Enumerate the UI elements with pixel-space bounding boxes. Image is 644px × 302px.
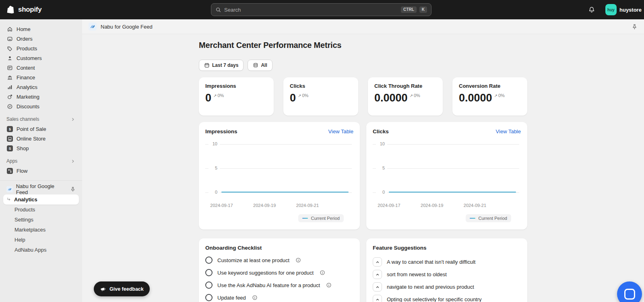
shopify-logo[interactable]: shopify bbox=[0, 5, 41, 14]
sidebar-subitem-products[interactable]: Products bbox=[3, 205, 79, 215]
date-range-label: Last 7 days bbox=[212, 62, 238, 68]
shopify-wordmark: shopify bbox=[18, 6, 41, 14]
checkbox[interactable] bbox=[205, 269, 213, 276]
search-input[interactable] bbox=[224, 7, 398, 13]
sidebar-item-point-of-sale[interactable]: $ Point of Sale bbox=[3, 124, 79, 134]
date-range-filter-button[interactable]: Last 7 days bbox=[199, 60, 244, 71]
sidebar-subitem-label: AdNabu Apps bbox=[14, 247, 47, 253]
x-tick-label: 2024-09-21 bbox=[296, 203, 319, 208]
chart-legend[interactable]: Current Period bbox=[298, 214, 344, 222]
scope-filter-button[interactable]: All bbox=[248, 60, 272, 71]
metric-label: Conversion Rate bbox=[459, 83, 521, 89]
view-table-link[interactable]: View Table bbox=[496, 128, 521, 134]
info-icon[interactable] bbox=[320, 270, 325, 275]
y-tick-label: 0 bbox=[208, 190, 217, 195]
sidebar-item-products[interactable]: Products bbox=[3, 43, 79, 53]
user-menu[interactable]: huy huystore bbox=[604, 0, 644, 19]
sidebar-item-marketing[interactable]: Marketing bbox=[3, 92, 79, 101]
sidebar-subitem-marketplaces[interactable]: Marketplaces bbox=[3, 225, 79, 235]
give-feedback-button[interactable]: Give feedback bbox=[94, 281, 150, 296]
sidebar-item-discounts[interactable]: Discounts bbox=[3, 101, 79, 111]
metric-change: 0% bbox=[302, 93, 308, 98]
sidebar-subitem-help[interactable]: Help bbox=[3, 235, 79, 245]
metric-card-impressions: Impressions 0 ↗0% bbox=[199, 77, 274, 116]
online-store-icon bbox=[6, 136, 13, 142]
checklist-label: Use keyword suggestions for one product bbox=[217, 270, 314, 276]
sidebar-item-orders[interactable]: Orders bbox=[3, 34, 79, 43]
sidebar-subitem-adnabu-apps[interactable]: AdNabu Apps bbox=[3, 245, 79, 255]
chart-legend[interactable]: Current Period bbox=[466, 214, 511, 222]
onboarding-title: Onboarding Checklist bbox=[205, 245, 353, 251]
upvote-button[interactable] bbox=[373, 257, 382, 267]
sidebar-subitem-label: Products bbox=[14, 207, 35, 213]
apps-header[interactable]: Apps bbox=[6, 158, 76, 164]
avatar: huy bbox=[605, 4, 617, 15]
y-tick-label: 5 bbox=[376, 165, 385, 171]
current-period-line bbox=[389, 192, 516, 192]
chevron-right-icon bbox=[70, 117, 76, 122]
calendar-icon bbox=[204, 62, 210, 68]
x-tick-label: 2024-09-19 bbox=[421, 203, 443, 208]
chevron-up-icon bbox=[375, 260, 380, 265]
main-content: Merchant Center Performance Metrics Last… bbox=[82, 34, 644, 302]
x-tick-label: 2024-09-19 bbox=[253, 203, 276, 208]
notifications-button[interactable] bbox=[585, 3, 598, 16]
pin-icon[interactable] bbox=[70, 186, 76, 192]
sidebar-item-analytics[interactable]: Analytics bbox=[3, 82, 79, 92]
sales-channels-header[interactable]: Sales channels bbox=[6, 116, 76, 122]
chevron-up-icon bbox=[375, 285, 380, 290]
apps-label: Apps bbox=[6, 158, 17, 164]
y-tick-label: 0 bbox=[376, 190, 385, 195]
sidebar-item-finance[interactable]: Finance bbox=[3, 72, 79, 82]
info-icon[interactable] bbox=[252, 295, 258, 300]
sidebar-item-content[interactable]: Content bbox=[3, 63, 79, 72]
line-chart: 10 5 0 bbox=[373, 140, 521, 201]
metric-value: 0.0000 bbox=[374, 93, 408, 103]
sidebar-subitem-label: Analytics bbox=[14, 197, 37, 203]
sidebar-item-flow[interactable]: Flow bbox=[3, 166, 79, 176]
view-table-link[interactable]: View Table bbox=[328, 128, 353, 134]
search-icon bbox=[215, 7, 221, 13]
sidebar-subitem-label: Marketplaces bbox=[14, 227, 45, 233]
checklist-label: Use the Ask AdNabu AI feature for a prod… bbox=[217, 282, 320, 288]
metric-value: 0 bbox=[205, 93, 211, 103]
x-tick-label: 2024-09-17 bbox=[378, 203, 400, 208]
bell-icon bbox=[588, 6, 595, 13]
upvote-button[interactable] bbox=[373, 295, 382, 302]
checklist-item: Update feed bbox=[205, 294, 353, 301]
sidebar-subitem-label: Settings bbox=[14, 217, 33, 223]
content-icon bbox=[6, 65, 13, 71]
y-tick-label: 10 bbox=[208, 141, 217, 147]
checkbox[interactable] bbox=[205, 294, 213, 301]
sidebar-item-shop[interactable]: S Shop bbox=[3, 143, 79, 153]
sidebar-subitem-settings[interactable]: Settings bbox=[3, 215, 79, 225]
sidebar-item-online-store[interactable]: Online Store bbox=[3, 134, 79, 143]
info-icon[interactable] bbox=[326, 282, 332, 288]
info-icon[interactable] bbox=[295, 257, 301, 263]
sidebar-subitem-analytics[interactable]: Analytics bbox=[3, 194, 79, 205]
metric-label: Clicks bbox=[290, 83, 352, 89]
upvote-button[interactable] bbox=[373, 270, 382, 279]
chevron-right-icon bbox=[70, 159, 76, 164]
pin-icon[interactable] bbox=[632, 24, 638, 30]
suggestion-label: sort from newest to oldest bbox=[387, 271, 447, 277]
legend-label: Current Period bbox=[311, 216, 340, 221]
filter-row: Last 7 days All bbox=[199, 60, 527, 71]
upvote-button[interactable] bbox=[373, 282, 382, 292]
app-nav-label: Nabu for Google Feed bbox=[16, 183, 67, 195]
checkbox[interactable] bbox=[205, 281, 213, 289]
charts-row: Impressions View Table 10 5 0 2024-09-17… bbox=[199, 122, 527, 230]
legend-line-swatch bbox=[302, 218, 308, 219]
clicks-chart-card: Clicks View Table 10 5 0 2024-09-17 2024… bbox=[366, 122, 527, 230]
feature-suggestions-card: Feature Suggestions A way to cancel that… bbox=[366, 238, 527, 302]
legend-line-swatch bbox=[470, 218, 475, 219]
checkbox[interactable] bbox=[205, 256, 213, 264]
checklist-item: Customize at least one product bbox=[205, 256, 353, 264]
global-search[interactable]: CTRL K bbox=[211, 3, 431, 16]
suggestion-label: Opting out selectively for specific coun… bbox=[387, 296, 482, 302]
sidebar-divider bbox=[0, 180, 82, 181]
sidebar-item-home[interactable]: Home bbox=[3, 24, 79, 34]
sidebar-item-customers[interactable]: Customers bbox=[3, 53, 79, 63]
customers-icon bbox=[6, 55, 13, 61]
sidebar-app-nabu[interactable]: Nabu for Google Feed bbox=[3, 184, 79, 194]
